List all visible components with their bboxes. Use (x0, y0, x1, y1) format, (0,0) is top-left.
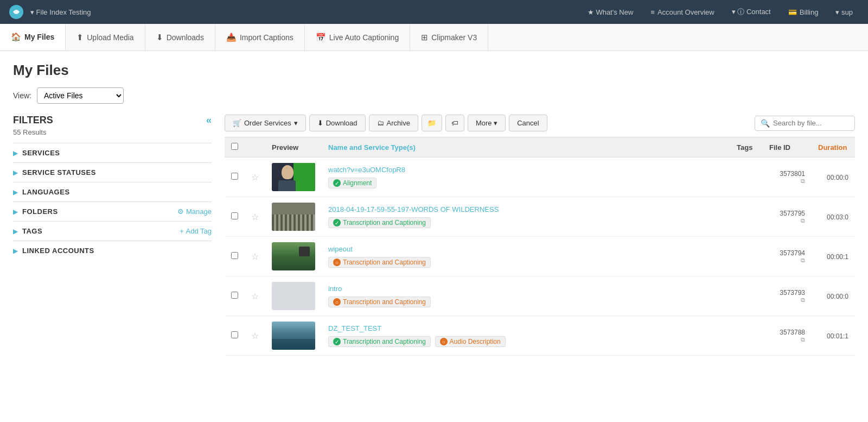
view-select[interactable]: Active Files Archived Files All Files (37, 87, 124, 104)
row-checkbox[interactable] (231, 173, 238, 180)
filters-title: FILTERS (13, 115, 53, 126)
filters-collapse-button[interactable]: « (206, 115, 212, 126)
order-services-button[interactable]: 🛒 Order Services ▾ (225, 115, 306, 131)
filter-section-service-statuses[interactable]: ▶ SERVICE STATUSES (13, 162, 212, 182)
copy-icon[interactable]: ⧉ (769, 336, 805, 343)
folder-icon: 📁 (427, 119, 436, 127)
support-link[interactable]: ▾ sup (829, 8, 859, 16)
file-duration: 00:01:1 (827, 332, 848, 340)
page-title: My Files (13, 62, 855, 79)
file-name-link[interactable]: watch?v=e3uOMCfopR8 (328, 166, 724, 174)
more-button[interactable]: More ▾ (468, 115, 506, 131)
status-dot-orange: ○ (333, 298, 341, 306)
filters-count: 55 Results (13, 128, 212, 136)
billing-link[interactable]: 💳 Billing (782, 8, 825, 16)
filter-section-folders[interactable]: ▶ FOLDERS ⚙ Manage (13, 201, 212, 221)
file-thumbnail (272, 282, 315, 310)
col-header-name: Name and Service Type(s) (322, 137, 730, 158)
nav-upload-media[interactable]: ⬆ Upload Media (66, 24, 145, 51)
favorite-star[interactable]: ☆ (251, 331, 259, 341)
add-tag-button[interactable]: + Add Tag (180, 227, 212, 235)
filter-languages-label: LANGUAGES (22, 188, 70, 196)
account-overview-link[interactable]: ≡ Account Overview (644, 8, 720, 16)
filter-tags-label: TAGS (22, 227, 42, 235)
chevron-right-icon: ▶ (13, 169, 18, 177)
service-badge-audio: ○ Audio Description (435, 336, 506, 347)
archive-button[interactable]: 🗂 Archive (369, 115, 418, 131)
download-arrow-icon: ⬇ (317, 119, 323, 127)
home-icon: 🏠 (11, 32, 21, 42)
tag-button[interactable]: 🏷 (445, 115, 464, 131)
select-all-checkbox[interactable] (231, 143, 238, 150)
copy-icon[interactable]: ⧉ (769, 217, 805, 224)
billing-icon: 💳 (788, 8, 797, 16)
row-checkbox[interactable] (231, 212, 238, 219)
favorite-star[interactable]: ☆ (251, 292, 259, 301)
chevron-right-icon: ▶ (13, 208, 18, 216)
row-checkbox[interactable] (231, 292, 238, 299)
file-thumbnail (272, 322, 315, 350)
favorite-star[interactable]: ☆ (251, 212, 259, 222)
contact-link[interactable]: ▾ ⓘ Contact (725, 7, 777, 17)
nav-my-files[interactable]: 🏠 My Files (0, 24, 66, 51)
col-header-duration: Duration (812, 137, 855, 158)
file-duration: 00:00:1 (827, 253, 848, 261)
favorite-star[interactable]: ☆ (251, 252, 259, 261)
favorite-star[interactable]: ☆ (251, 173, 259, 182)
filter-linked-accounts-label: LINKED ACCOUNTS (22, 247, 94, 255)
file-name-link[interactable]: wipeout (328, 245, 724, 253)
top-navigation: ▾ File Index Testing ★ What's New ≡ Acco… (0, 0, 868, 24)
file-duration: 00:03:0 (827, 213, 848, 221)
manage-folders-button[interactable]: ⚙ Manage (177, 207, 212, 216)
file-id: 3573794 (769, 249, 805, 257)
copy-icon[interactable]: ⧉ (769, 178, 805, 185)
dropdown-chevron-icon: ▾ (294, 119, 298, 127)
table-row: ☆ 2018-04-19-17-59-55-197-WORDS OF WILDE… (225, 197, 855, 237)
copy-icon[interactable]: ⧉ (769, 297, 805, 304)
filter-statuses-label: SERVICE STATUSES (22, 168, 96, 177)
status-dot-orange: ○ (440, 338, 448, 345)
table-row: ☆ wipeout ○ Transcription and Captioning (225, 237, 855, 276)
service-badge: ○ Transcription and Captioning (328, 257, 431, 268)
download-button[interactable]: ⬇ Download (309, 115, 366, 131)
file-name-link[interactable]: DZ_TEST_TEST (328, 324, 724, 332)
service-badge: ✓ Transcription and Captioning (328, 217, 431, 228)
sidebar: FILTERS « 55 Results ▶ SERVICES ▶ SERVIC… (13, 115, 225, 356)
status-dot-green: ✓ (333, 338, 341, 345)
filter-section-languages[interactable]: ▶ LANGUAGES (13, 182, 212, 201)
project-selector[interactable]: ▾ File Index Testing (30, 8, 91, 16)
col-header-star (245, 137, 265, 158)
copy-icon[interactable]: ⧉ (769, 257, 805, 264)
nav-import-captions[interactable]: 📥 Import Captions (215, 24, 305, 51)
view-selector: View: Active Files Archived Files All Fi… (13, 87, 855, 104)
plus-icon: + (180, 227, 184, 235)
file-name-link[interactable]: 2018-04-19-17-59-55-197-WORDS OF WILDERN… (328, 205, 724, 213)
file-name-link[interactable]: intro (328, 285, 724, 293)
file-id: 3573795 (769, 210, 805, 217)
filter-section-linked-accounts[interactable]: ▶ LINKED ACCOUNTS (13, 241, 212, 260)
archive-icon: 🗂 (377, 119, 384, 127)
whats-new-link[interactable]: ★ What's New (581, 8, 640, 16)
nav-downloads[interactable]: ⬇ Downloads (145, 24, 215, 51)
table-header-row: Preview Name and Service Type(s) Tags Fi… (225, 137, 855, 158)
nav-clipmaker-v3[interactable]: ⊞ Clipmaker V3 (410, 24, 488, 51)
table-row: ☆ DZ_TEST_TEST ✓ Transcription and Capti… (225, 316, 855, 356)
file-thumbnail (272, 203, 315, 231)
logo[interactable] (9, 4, 24, 20)
search-icon: 🔍 (761, 119, 770, 128)
folder-button[interactable]: 📁 (422, 115, 442, 131)
search-input[interactable] (773, 119, 849, 127)
nav-live-auto-captioning[interactable]: 📅 Live Auto Captioning (305, 24, 410, 51)
file-thumbnail (272, 242, 315, 270)
filter-section-tags[interactable]: ▶ TAGS + Add Tag (13, 221, 212, 241)
row-checkbox[interactable] (231, 331, 238, 338)
content-area: 🛒 Order Services ▾ ⬇ Download 🗂 Archive … (225, 115, 855, 356)
row-checkbox[interactable] (231, 252, 238, 259)
download-icon: ⬇ (156, 33, 163, 42)
cancel-button[interactable]: Cancel (509, 115, 547, 131)
table-row: ☆ intro ○ Transcription and Captioning (225, 276, 855, 316)
chevron-right-icon: ▶ (13, 247, 18, 255)
service-badge: ✓ Alignment (328, 178, 376, 188)
col-header-tags: Tags (730, 137, 763, 158)
filter-section-services[interactable]: ▶ SERVICES (13, 143, 212, 162)
